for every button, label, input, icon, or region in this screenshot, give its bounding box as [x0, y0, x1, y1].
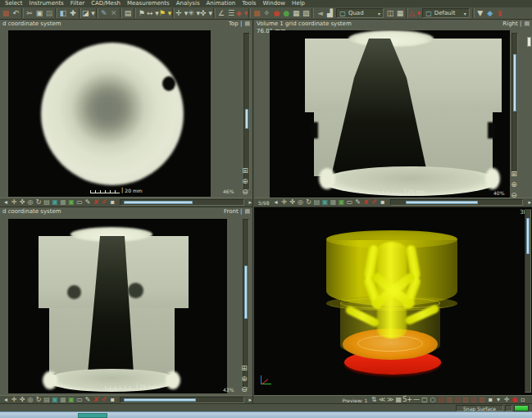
slice-box-icon[interactable]: ▤ [312, 198, 321, 207]
scroll-right-arrow[interactable]: ▸ [528, 199, 531, 207]
step-icon[interactable]: ⇅ [370, 396, 378, 403]
pencil-icon[interactable]: ✎ [353, 198, 361, 207]
cross-icon[interactable]: ✛ [502, 396, 511, 403]
zoom-out-icon[interactable]: ⊖ [239, 384, 249, 395]
horizontal-scroll-thumb[interactable] [124, 398, 196, 402]
horizontal-scroll-thumb[interactable] [124, 201, 193, 204]
palette-icon[interactable]: ▩ [252, 8, 261, 19]
minus-icon[interactable]: — [412, 396, 421, 403]
nav-arrow-icon[interactable]: ◂ [271, 198, 280, 207]
taskbar-button[interactable] [78, 413, 107, 418]
project-icon[interactable]: ▩ [1, 8, 11, 19]
layer-icon[interactable]: ▦ [329, 198, 337, 207]
flag-icon[interactable]: ⚑ [137, 8, 147, 19]
vertical-scrollbar[interactable] [512, 33, 518, 172]
rotate-icon[interactable]: ↻ [304, 198, 312, 207]
add-object-icon[interactable]: ✚ [68, 8, 78, 19]
visibility-icon[interactable]: ◎ [296, 198, 304, 207]
green-box-icon[interactable]: ▣ [67, 198, 75, 207]
red-x-icon[interactable]: ✘ [361, 198, 370, 207]
visibility-icon[interactable]: ◎ [26, 198, 34, 207]
zoom-in-icon[interactable]: ⊕ [239, 374, 249, 384]
probe-icon[interactable]: ✜ [18, 198, 26, 207]
caret-icon[interactable]: ▾ [494, 396, 502, 403]
fit-view-icon[interactable]: ⊞ [240, 166, 250, 176]
nav-back-icon[interactable]: ◄ [315, 8, 325, 19]
light-box-icon[interactable]: ▢ [421, 396, 429, 403]
fast-fwd-icon[interactable]: ≫ [386, 396, 394, 403]
slice-box-icon[interactable]: ▤ [43, 396, 51, 403]
green-sphere-icon[interactable]: ● [281, 8, 291, 19]
import-volume-icon[interactable]: ◧ [58, 8, 68, 19]
layer-icon[interactable]: ▦ [59, 198, 67, 207]
zoom-in-icon[interactable]: ⊕ [509, 179, 519, 190]
warning-icon[interactable]: △ ▾ [409, 8, 421, 19]
paste-icon[interactable]: ▤ [44, 8, 54, 19]
horizontal-scrollbar[interactable] [120, 199, 244, 206]
pointer-tool-icon[interactable]: ✛ ▾ [175, 8, 188, 19]
menu-analysis[interactable]: Analysis [173, 0, 203, 7]
marker-flag-icon[interactable]: ⚑ ▾ [159, 8, 171, 19]
fast-back-icon[interactable]: ≪ [378, 396, 386, 403]
vertical-scroll-thumb[interactable] [513, 54, 516, 111]
visibility-icon[interactable]: ◎ [26, 396, 34, 403]
pencil-icon[interactable]: ✎ [84, 198, 92, 207]
record-icon[interactable]: ● [511, 396, 519, 403]
rotate-icon[interactable]: ↻ [34, 198, 43, 207]
histogram-icon[interactable]: ▟ [325, 8, 334, 19]
zoom-in-icon[interactable]: ⊕ [240, 176, 250, 187]
horizontal-scrollbar[interactable] [120, 397, 244, 403]
red-x-icon[interactable]: ✘ [92, 198, 100, 207]
clipped-icon[interactable]: ▮ [495, 8, 505, 19]
draw-icon[interactable]: ✎ [99, 8, 109, 19]
scroll-right-arrow[interactable]: ▸ [248, 397, 252, 403]
note-icon[interactable]: ▭ [345, 198, 353, 207]
clip-brick-3-icon[interactable]: ▨ [453, 396, 462, 403]
top-view-image[interactable]: | 20 mm [8, 30, 211, 197]
front-view-image[interactable]: | 25 mm [8, 219, 227, 393]
panel-menu-icon[interactable]: ▤ [524, 20, 530, 28]
note-icon[interactable]: ▭ [75, 198, 84, 207]
cut-icon[interactable]: ✂ [25, 8, 34, 19]
menu-tools[interactable]: Tools [239, 0, 259, 7]
red-pencil-icon[interactable]: ✐ [100, 396, 108, 403]
mesh-icon[interactable]: ▨ [301, 8, 311, 19]
teal-box-icon[interactable]: ▣ [51, 396, 59, 403]
probe-icon[interactable]: ✜ [288, 198, 296, 207]
pan-icon[interactable]: ✛ [10, 198, 18, 207]
green-box-icon[interactable]: ▣ [337, 198, 345, 207]
slice-box-icon[interactable]: ▤ [43, 198, 51, 207]
clip-brick-1-icon[interactable]: ▨ [437, 396, 445, 403]
probe-tool-icon[interactable]: ✜ ▾ [200, 8, 212, 19]
vertical-scroll-thumb[interactable] [244, 266, 248, 319]
menu-window[interactable]: Window [259, 0, 289, 7]
move-tool-icon[interactable]: ↔ ▾ [147, 8, 159, 19]
layer-icon[interactable]: ▦ [59, 396, 67, 403]
star-tool-icon[interactable]: ✳ ▾ [188, 8, 200, 19]
vertical-scroll-thumb[interactable] [526, 218, 530, 254]
red-pencil-icon[interactable]: ✐ [100, 198, 108, 207]
clip-brick-2-icon[interactable]: ▨ [445, 396, 453, 403]
clip-brick-4-icon[interactable]: ▨ [462, 396, 470, 403]
menu-instruments[interactable]: Instruments [26, 0, 67, 7]
teal-box-icon[interactable]: ▣ [51, 198, 59, 207]
fit-view-icon[interactable]: ⊞ [239, 363, 249, 374]
volume-dropdown-icon[interactable]: ◪ ▾ [82, 8, 95, 19]
render-3d-image[interactable]: 3D [254, 207, 532, 395]
taskbar-strip[interactable] [0, 411, 532, 418]
delete-icon[interactable]: ✕ [109, 8, 119, 19]
list-icon[interactable]: ☰ [226, 8, 236, 19]
dot-icon[interactable]: ▪ [108, 198, 116, 207]
copy-icon[interactable]: ▣ [34, 8, 44, 19]
scroll-right-arrow[interactable]: ▸ [248, 199, 252, 207]
undo-icon[interactable]: ↶ [11, 8, 20, 19]
panel-menu-icon[interactable]: ▤ [244, 207, 250, 216]
gem-blue-icon[interactable]: ◆ [485, 8, 495, 19]
note-icon[interactable]: ▭ [75, 396, 84, 403]
red-x-icon[interactable]: ✘ [92, 396, 100, 403]
preset-combo[interactable]: ▢ Default ▾ [422, 8, 470, 18]
clip-brick-6-icon[interactable]: ▨ [478, 396, 486, 403]
filter-funnel-icon[interactable]: ▼ [475, 8, 485, 19]
checker-icon[interactable]: ▦ [291, 8, 301, 19]
menu-select[interactable]: Select [2, 0, 26, 7]
